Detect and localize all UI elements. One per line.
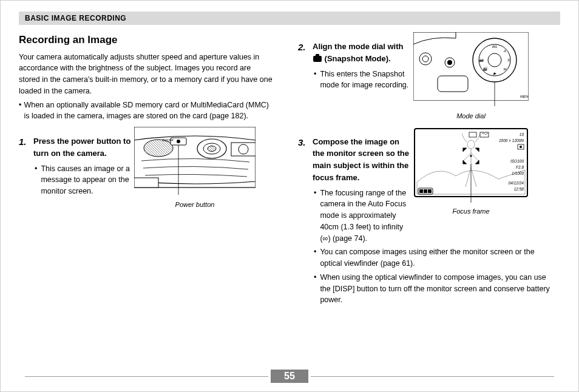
manual-page: BASIC IMAGE RECORDING Recording an Image… [0, 0, 579, 392]
step-1-row: 1. Press the power button to turn on the… [19, 127, 274, 210]
step-1: 1. Press the power button to turn on the… [19, 135, 134, 160]
step-2-sub: • This enters the Snapshot mode for imag… [314, 69, 413, 92]
camera-top-illustration: ON/OFF [134, 127, 256, 198]
svg-point-3 [177, 140, 180, 143]
svg-text:1/1000: 1/1000 [512, 171, 524, 175]
step-3-sub2: • You can compose images using either th… [314, 246, 553, 269]
svg-text:M: M [504, 67, 507, 71]
bullet-dot: • [314, 272, 316, 306]
svg-text:12:58: 12:58 [514, 187, 524, 191]
figure-1-caption: Power button [134, 200, 256, 210]
intro-paragraph: Your camera automatically adjusts shutte… [19, 52, 274, 97]
step-3-sub2-text: You can compose images using either the … [320, 246, 553, 269]
right-column: 2. Align the mode dial with (Snapshot Mo… [298, 32, 553, 306]
svg-point-24 [488, 53, 501, 67]
step-2-row: 2. Align the mode dial with (Snapshot Mo… [298, 32, 553, 121]
svg-rect-28 [438, 76, 468, 92]
bullet-dot: • [314, 69, 316, 92]
step-1-title: Press the power button to turn on the ca… [33, 137, 130, 158]
svg-text:S: S [507, 58, 510, 62]
step-1-sub: • This causes an image or a message to a… [35, 163, 134, 197]
svg-point-14 [422, 56, 428, 62]
svg-point-44 [520, 146, 522, 148]
svg-rect-48 [428, 189, 432, 193]
figure-power-button: ON/OFF Power button [134, 127, 256, 210]
step-2-title-b: (Snapshot Mode). [322, 54, 391, 63]
svg-point-1 [144, 140, 173, 157]
step-3-sub3-text: When using the optical viewfinder to com… [320, 272, 553, 306]
figure-focus-frame: 10 1600 × 1200N ISO100 F2.8 1/1000 04/12… [413, 127, 529, 217]
svg-text:ON/OFF: ON/OFF [162, 138, 174, 142]
svg-text:MENU: MENU [520, 95, 529, 98]
intro-bullet: • When an optionally available SD memory… [19, 100, 274, 123]
svg-text:▶: ▶ [493, 72, 496, 75]
svg-text:10: 10 [520, 132, 524, 137]
step-1-sub-text: This causes an image or a message to app… [41, 163, 134, 197]
step-3-row: 3. Compose the image on the monitor scre… [298, 127, 553, 245]
figure-2-caption: Mode dial [413, 111, 529, 121]
camera-icon [313, 56, 322, 62]
svg-text:ISO100: ISO100 [510, 159, 524, 163]
footer-line-left [25, 376, 268, 377]
bullet-dot: • [314, 188, 316, 245]
step-3: 3. Compose the image on the monitor scre… [298, 136, 413, 184]
svg-text:F2.8: F2.8 [516, 165, 524, 169]
svg-rect-46 [419, 189, 423, 193]
step-3-title: Compose the image on the monitor screen … [313, 137, 409, 182]
step-3-sub3: • When using the optical viewfinder to c… [314, 272, 553, 306]
section-header: BASIC IMAGE RECORDING [19, 12, 560, 25]
svg-text:A: A [503, 49, 506, 53]
svg-text:BS: BS [492, 45, 497, 49]
left-column: Recording an Image Your camera automatic… [19, 32, 274, 306]
step-2-number: 2. [298, 41, 309, 65]
figure-mode-dial: BS A S M ▶ 🎬 📷 MENU [413, 32, 529, 121]
svg-text:1600 × 1200N: 1600 × 1200N [499, 138, 524, 143]
monitor-screen-illustration: 10 1600 × 1200N ISO100 F2.8 1/1000 04/12… [413, 127, 529, 205]
step-2-sub-text: This enters the Snapshot mode for image … [320, 69, 413, 92]
page-number: 55 [271, 370, 308, 383]
step-3-sub1-text: The focusing range of the camera in the … [320, 188, 413, 245]
page-title: Recording an Image [19, 32, 274, 48]
bullet-dot: • [19, 100, 21, 123]
bullet-dot: • [314, 246, 316, 269]
intro-bullet-text: When an optionally available SD memory c… [24, 100, 274, 123]
bullet-dot: • [35, 163, 37, 197]
step-2: 2. Align the mode dial with (Snapshot Mo… [298, 41, 413, 65]
step-2-title-a: Align the mode dial with [313, 42, 404, 51]
step-3-sub1: • The focusing range of the camera in th… [314, 188, 413, 245]
page-footer: 55 [1, 370, 578, 383]
svg-point-7 [208, 146, 216, 152]
step-3-number: 3. [298, 136, 309, 184]
svg-point-27 [447, 60, 452, 65]
content-columns: Recording an Image Your camera automatic… [19, 32, 560, 306]
mode-dial-illustration: BS A S M ▶ 🎬 📷 MENU [413, 32, 529, 110]
footer-line-right [311, 376, 554, 377]
svg-rect-10 [134, 178, 158, 188]
svg-text:04/12/24: 04/12/24 [509, 181, 524, 185]
step-1-number: 1. [19, 135, 30, 160]
svg-rect-47 [424, 189, 427, 193]
svg-point-9 [239, 144, 248, 154]
figure-3-caption: Focus frame [413, 206, 529, 217]
